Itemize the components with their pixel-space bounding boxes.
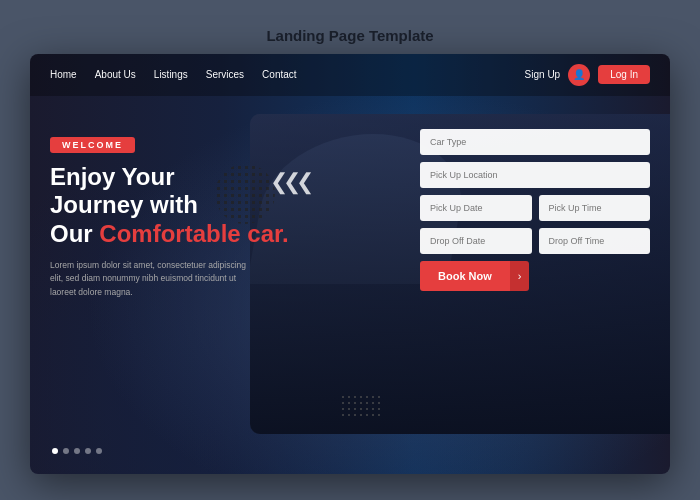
hero-title-line2: Journey with [50,191,198,218]
nav-listings[interactable]: Listings [154,69,188,80]
navbar: Home About Us Listings Services Contact … [30,54,670,96]
pickup-date-input[interactable] [420,195,532,221]
slider-dot-2[interactable] [63,448,69,454]
log-in-button[interactable]: Log In [598,65,650,84]
arrow-decoration: ❮❮❮ [270,169,309,195]
page-title: Landing Page Template [266,27,433,44]
pickup-date-time-row [420,195,650,221]
slider-dot-4[interactable] [85,448,91,454]
hero-title: Enjoy Your Journey with Our Comfortable … [50,163,410,249]
book-now-arrow-button[interactable]: › [510,261,530,291]
nav-about[interactable]: About Us [95,69,136,80]
car-type-input[interactable] [420,129,650,155]
booking-form: Book Now › [420,124,650,459]
nav-services[interactable]: Services [206,69,244,80]
hero-title-highlight: Comfortable car. [99,220,288,247]
book-button-row: Book Now › [420,261,650,291]
nav-contact[interactable]: Contact [262,69,296,80]
avatar-icon: 👤 [568,64,590,86]
dropoff-date-time-row [420,228,650,254]
hero-title-line1: Enjoy Your [50,163,174,190]
book-now-button[interactable]: Book Now [420,261,510,291]
landing-card: Home About Us Listings Services Contact … [30,54,670,474]
nav-links: Home About Us Listings Services Contact [50,69,297,80]
slider-dot-1[interactable] [52,448,58,454]
pickup-time-input[interactable] [539,195,651,221]
slider-dots [52,448,102,454]
slider-dot-3[interactable] [74,448,80,454]
hero-title-line3-plain: Our [50,220,99,247]
content-area: WELCOME Enjoy Your Journey with Our Comf… [30,109,670,474]
welcome-badge: WELCOME [50,137,135,153]
sign-up-link[interactable]: Sign Up [525,69,561,80]
nav-home[interactable]: Home [50,69,77,80]
dot-pattern-bottom [340,394,380,419]
nav-right: Sign Up 👤 Log In [525,64,650,86]
hero-description: Lorem ipsum dolor sit amet, consectetuer… [50,259,250,300]
dropoff-date-input[interactable] [420,228,532,254]
pickup-location-input[interactable] [420,162,650,188]
slider-dot-5[interactable] [96,448,102,454]
dropoff-time-input[interactable] [539,228,651,254]
